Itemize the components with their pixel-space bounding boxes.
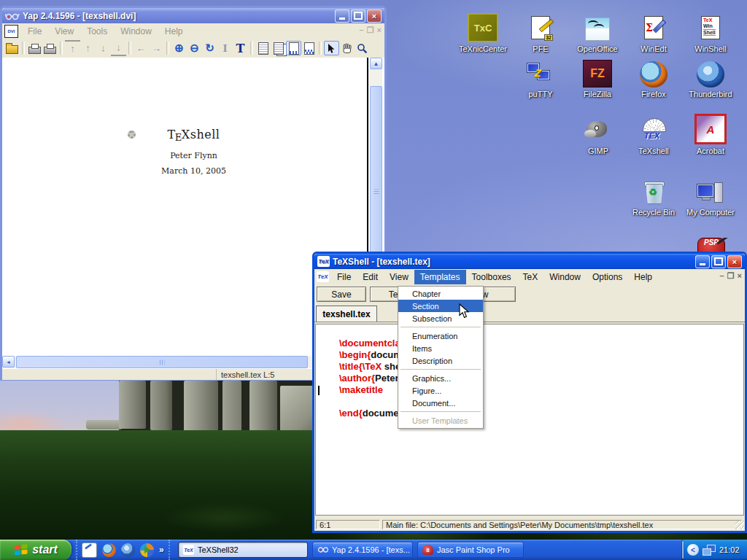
desktop-icon-winedt[interactable]: Σ WinEdt (625, 4, 682, 54)
yap-close-button[interactable]: × (367, 9, 382, 23)
main-file-status: Main file: C:\Documents and Settings\Pet… (382, 520, 742, 529)
desktop-icon-winshell[interactable]: TeXWinShell WinShell (682, 4, 739, 54)
last-page-icon[interactable]: ↓ (111, 40, 126, 56)
media-player-quicklaunch-icon[interactable] (140, 543, 154, 557)
firefox-quicklaunch-icon[interactable] (102, 543, 116, 557)
start-button[interactable]: start (0, 540, 71, 560)
taskbar-button-yap[interactable]: Yap 2.4.1596 - [texs... (312, 542, 413, 558)
zoom-out-icon[interactable]: ⊖ (187, 41, 202, 55)
menu-item-description[interactable]: Description (398, 354, 483, 367)
texshell-minimize-button[interactable] (695, 255, 710, 268)
show-desktop-icon[interactable] (82, 542, 97, 558)
tab-texshell-tex[interactable]: texshell.tex (316, 306, 377, 322)
desktop-icon-openoffice[interactable]: OpenOffice (569, 4, 626, 54)
first-page-icon[interactable]: ↑ (65, 40, 80, 56)
thunderbird-quicklaunch-icon[interactable] (121, 543, 135, 557)
menu-item-document[interactable]: Document... (398, 397, 483, 409)
menu-templates[interactable]: Templates (414, 270, 466, 284)
scroll-up-icon[interactable]: ▲ (370, 58, 382, 69)
menu-edit[interactable]: Edit (357, 270, 384, 284)
yap-menu-window[interactable]: Window (114, 25, 158, 38)
menu-item-enumeration[interactable]: Enumeration (398, 330, 483, 342)
back-icon[interactable]: ← (133, 41, 149, 55)
double-page-view-icon[interactable] (271, 41, 286, 55)
hand-tool-icon[interactable] (339, 41, 355, 55)
menu-item-subsection[interactable]: Subsection (398, 312, 483, 324)
yap-menu-help[interactable]: Help (158, 25, 190, 38)
select-tool-icon[interactable] (324, 41, 339, 55)
menu-item-chapter[interactable]: Chapter (398, 287, 483, 300)
yap-menu-tools[interactable]: Tools (80, 25, 114, 38)
menu-toolboxes[interactable]: Toolboxes (466, 270, 517, 284)
horizontal-scroll-thumb[interactable] (16, 356, 308, 368)
desktop-icon-texniccenter[interactable]: TxC TeXnicCenter (454, 4, 511, 54)
yap-menu-view[interactable]: View (48, 25, 80, 38)
dvi-title: TEXshell (112, 128, 276, 141)
desktop-icon-gimp[interactable]: GIMP (570, 117, 627, 156)
save-button[interactable]: Save (317, 287, 366, 302)
desktop-icon-acrobat[interactable]: A Acrobat (682, 117, 739, 156)
menu-item-section[interactable]: Section (398, 300, 483, 312)
print-icon[interactable] (27, 41, 42, 55)
texshell-tabrow: texshell.tex (314, 304, 745, 322)
taskbar-button-texshell32[interactable]: TeX TeXShell32 (178, 542, 308, 558)
menu-item-figure[interactable]: Figure... (398, 384, 483, 397)
yap-minimize-button[interactable] (335, 9, 349, 23)
yap-titlebar[interactable]: Yap 2.4.1596 - [texshell.dvi] × (2, 8, 384, 23)
menu-item-user-templates[interactable]: User Templates (398, 414, 483, 427)
forward-icon[interactable]: → (149, 41, 164, 55)
previous-page-icon[interactable]: ↑ (80, 41, 96, 55)
desktop-icon-paintshoppro-partial[interactable]: PSP (693, 238, 728, 252)
mdi-child-controls[interactable]: –❐× (360, 26, 382, 35)
menu-view[interactable]: View (384, 270, 414, 284)
desktop-icon-texshell[interactable]: TEX TeXshell (625, 117, 682, 156)
menu-options[interactable]: Options (587, 270, 628, 284)
menu-item-graphics[interactable]: Graphics... (398, 372, 483, 384)
texshell-titlebar[interactable]: TeX TeXShell - [texshell.tex] × (314, 254, 745, 269)
page-rulers-view-icon[interactable] (301, 41, 317, 55)
scroll-left-icon[interactable]: ◄ (2, 356, 15, 368)
desktop-icon-filezilla[interactable]: FZ FileZilla (569, 61, 626, 99)
texshell-document-icon[interactable]: TeX (317, 271, 329, 282)
filezilla-icon: FZ (583, 60, 612, 88)
tray-collapse-chevron-icon[interactable]: < (687, 544, 699, 556)
desktop-icon-my-computer[interactable]: My Computer (682, 176, 739, 217)
text-tool-icon[interactable]: T (233, 41, 248, 55)
next-page-icon[interactable]: ↓ (96, 41, 111, 55)
taskbar-button-paintshoppro[interactable]: 8 Jasc Paint Shop Pro (417, 542, 524, 558)
dvi-document-icon[interactable]: DVI (4, 25, 18, 38)
print-setup-icon[interactable] (42, 41, 58, 55)
desktop-icon-thunderbird[interactable]: Thunderbird (682, 61, 739, 99)
taskbar: start » TeX TeXShell32 Yap 2.4.1596 - [t… (0, 540, 747, 560)
menu-file[interactable]: File (331, 270, 357, 284)
refresh-icon[interactable]: ↻ (202, 41, 217, 55)
zoom-in-icon[interactable]: ⊕ (171, 41, 187, 55)
yap-maximize-button[interactable] (351, 9, 365, 23)
menu-item-items[interactable]: Items (398, 342, 483, 354)
menu-window[interactable]: Window (543, 270, 587, 284)
toolbar-separator (128, 42, 131, 55)
yap-menu-file[interactable]: File (21, 25, 48, 38)
texshell-close-button[interactable]: × (727, 255, 742, 268)
texshell-window-title: TeXShell - [texshell.tex] (333, 257, 694, 267)
resize-grip[interactable] (735, 521, 744, 529)
magnifier-tool-icon[interactable] (355, 41, 370, 55)
texshell-editor[interactable]: \documentclass{ \begin{document} \title{… (315, 324, 744, 516)
desktop-icon-putty[interactable]: Z puTTY (512, 61, 569, 99)
mdi-child-controls[interactable]: –❐× (720, 271, 742, 281)
winshell-icon: TeXWinShell (697, 16, 724, 42)
menu-tex[interactable]: TeX (517, 270, 544, 284)
texshell-maximize-button[interactable] (711, 255, 726, 268)
menu-help[interactable]: Help (628, 270, 658, 284)
page-ruler-view-icon[interactable] (286, 41, 301, 55)
desktop-icon-pfe[interactable]: 32 PFE (512, 4, 569, 54)
quick-launch-overflow-chevron[interactable]: » (159, 545, 164, 555)
open-file-icon[interactable] (4, 41, 20, 55)
ibeam-tool-icon[interactable]: I (217, 41, 233, 55)
icon-label: OpenOffice (577, 44, 617, 54)
network-status-icon[interactable] (703, 545, 716, 556)
desktop-icon-firefox[interactable]: Firefox (625, 61, 682, 99)
desktop-icon-recycle-bin[interactable]: ♻ Recycle Bin (625, 176, 682, 217)
dvi-author: Peter Flynn (112, 151, 276, 160)
single-page-view-icon[interactable] (255, 41, 271, 55)
